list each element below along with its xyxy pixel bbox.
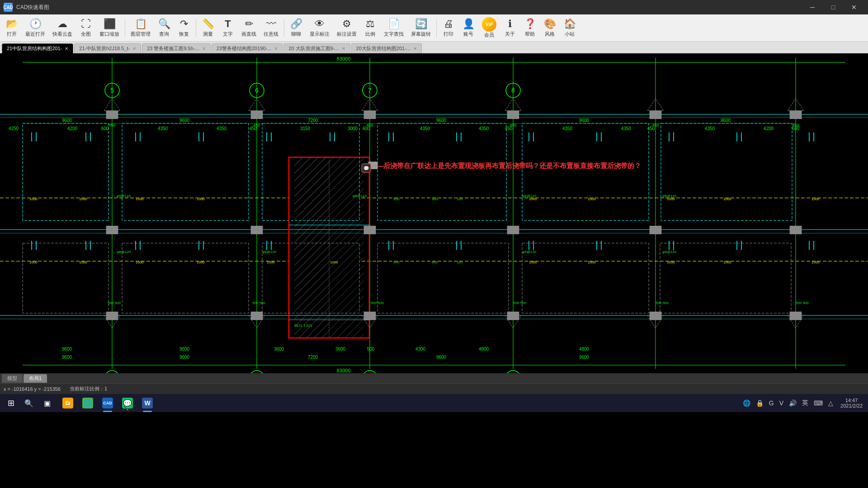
tab-3-close[interactable]: ✕: [202, 46, 206, 51]
system-clock[interactable]: 14:47 2021/2/22: [837, 398, 866, 408]
tab-3[interactable]: 23 警务楼施工图9.5h-... ✕: [142, 43, 211, 53]
svg-text:1000: 1000: [29, 197, 38, 201]
tool-about[interactable]: ℹ 关于: [500, 15, 520, 41]
taskbar-app-explorer[interactable]: 🗂: [58, 394, 78, 412]
minisite-icon: 🏠: [564, 18, 576, 30]
network2-icon[interactable]: G: [767, 399, 776, 407]
svg-text:600: 600: [363, 126, 370, 131]
fullview-icon: ⛶: [81, 18, 91, 30]
tool-measure[interactable]: 📏 测量: [198, 15, 218, 41]
notification-icon[interactable]: △: [826, 399, 835, 407]
tab-2[interactable]: 21-中队营房h2J18.5_t- ✕: [74, 43, 141, 53]
tool-text[interactable]: T 文字: [218, 15, 238, 41]
svg-text:4350: 4350: [621, 126, 632, 131]
tool-redo[interactable]: ↷ 恢复: [174, 15, 194, 41]
svg-rect-43: [251, 226, 263, 234]
tab-6-close[interactable]: ✕: [413, 46, 417, 51]
security-icon[interactable]: 🔒: [754, 399, 765, 407]
app-icon: CAD: [4, 3, 13, 12]
svg-text:1000: 1000: [667, 197, 675, 201]
tool-drawline[interactable]: ✏ 画直线: [238, 15, 260, 41]
volume-icon[interactable]: 🔊: [787, 399, 798, 407]
maximize-button[interactable]: □: [823, 0, 844, 14]
tool-labelset[interactable]: ⚙ 标注设置: [333, 15, 360, 41]
cad-drawing-area[interactable]: 5 6 7 8 5 6 7 8 83000 83000 9600 9600 72…: [0, 53, 868, 373]
svg-rect-46: [650, 226, 661, 234]
tool-theme[interactable]: 🎨 风格: [540, 15, 560, 41]
tool-screenrotate[interactable]: 🔄 屏幕旋转: [407, 15, 434, 41]
tab-4-close[interactable]: ✕: [274, 46, 278, 51]
taskbar-search-button[interactable]: 🔍: [20, 394, 38, 412]
svg-text:1000: 1000: [811, 197, 820, 201]
svg-text:500 500: 500 500: [796, 301, 809, 305]
tab-1[interactable]: 21中队营房结构构图201- ✕: [2, 43, 73, 53]
ime-icon[interactable]: 英: [800, 399, 810, 407]
start-button[interactable]: ⊞: [2, 394, 20, 412]
scale-display: 当前标注比例：1: [70, 385, 864, 392]
tool-display[interactable]: 👁 显示标注: [306, 15, 333, 41]
taskview-button[interactable]: ▣: [38, 394, 56, 412]
svg-text:4350: 4350: [420, 126, 430, 131]
svg-text:5621  1.621: 5621 1.621: [294, 324, 313, 328]
taskbar-app-browser[interactable]: 🌐: [78, 394, 98, 412]
tool-inquiry[interactable]: 🔍 查询: [154, 15, 174, 41]
tool-open[interactable]: 📂 打开: [2, 15, 22, 41]
tab-6[interactable]: 20大队营房结构图201-... ✕: [351, 43, 422, 53]
minimize-button[interactable]: ─: [802, 0, 823, 14]
svg-text:900: 900: [432, 260, 438, 264]
tool-link-label: 聊聊: [291, 31, 301, 38]
tool-anyline[interactable]: 〰 任意线: [260, 15, 282, 41]
toolbar-separator-1: [125, 19, 125, 37]
cad-tab-layout1[interactable]: 布局1: [24, 374, 47, 383]
tab-4[interactable]: 23警务楼结构图20190-... ✕: [212, 43, 283, 53]
tool-text-label: 文字: [223, 31, 233, 38]
tool-inquiry-label: 查询: [159, 31, 169, 38]
svg-text:600: 600: [792, 126, 800, 131]
vpn-icon[interactable]: V: [778, 399, 785, 407]
svg-text:500 500: 500 500: [108, 301, 121, 305]
tool-window[interactable]: ⬛ 窗口缩放: [96, 15, 123, 41]
svg-text:φ8@120: φ8@120: [117, 250, 131, 254]
svg-rect-41: [790, 111, 802, 119]
svg-text:1000: 1000: [667, 260, 675, 264]
taskbar-app-word[interactable]: W: [137, 394, 157, 412]
close-button[interactable]: ✕: [844, 0, 864, 14]
cad-tab-model[interactable]: 模型: [2, 374, 23, 383]
tab-1-close[interactable]: ✕: [65, 46, 68, 51]
tool-layer[interactable]: 📋 图层管理: [127, 15, 154, 41]
tool-minisite[interactable]: 🏠 小站: [560, 15, 580, 41]
svg-text:1000: 1000: [197, 197, 205, 201]
tool-link[interactable]: 🔗 聊聊: [286, 15, 306, 41]
tool-vip[interactable]: VIP 会员: [478, 15, 500, 41]
tab-5[interactable]: 20 大队营房施工图9-... ✕: [283, 43, 350, 53]
tool-anyline-label: 任意线: [264, 31, 278, 38]
svg-text:1000: 1000: [811, 260, 820, 264]
tool-textview[interactable]: 📄 文字查找: [380, 15, 407, 41]
display-icon: 👁: [315, 18, 325, 30]
tool-account[interactable]: 👤 账号: [458, 15, 478, 41]
svg-text:1000: 1000: [79, 260, 87, 264]
svg-text:500 500: 500 500: [513, 301, 526, 305]
svg-text:φ8@120: φ8@120: [662, 250, 677, 254]
tab-5-close[interactable]: ✕: [342, 46, 345, 51]
tool-recent[interactable]: 🕐 最近打开: [22, 15, 49, 41]
taskbar-app-wechat[interactable]: 💬: [118, 394, 137, 412]
svg-rect-50: [364, 312, 376, 320]
tool-help[interactable]: ❓ 帮助: [520, 15, 540, 41]
tool-open-label: 打开: [7, 31, 17, 38]
tool-print[interactable]: 🖨 打印: [439, 15, 458, 41]
svg-text:500 500: 500 500: [371, 301, 384, 305]
svg-rect-51: [507, 312, 519, 320]
tool-fullview[interactable]: ⛶ 全图: [76, 15, 96, 41]
network-icon[interactable]: 🌐: [741, 399, 752, 407]
tab-2-close[interactable]: ✕: [132, 46, 136, 51]
svg-text:φ8@120: φ8@120: [522, 250, 537, 254]
tool-scale[interactable]: ⚖ 比例: [360, 15, 380, 41]
svg-text:1000: 1000: [588, 197, 596, 201]
taskbar-app-cad[interactable]: CAD: [98, 394, 118, 412]
tool-cloud[interactable]: ☁ 快看云盘: [49, 15, 76, 41]
keyboard-icon[interactable]: ⌨: [812, 399, 825, 407]
scale-icon: ⚖: [366, 18, 375, 30]
svg-text:9600: 9600: [62, 118, 72, 123]
taskbar-apps: 🗂 🌐 CAD 💬 W: [58, 394, 157, 412]
